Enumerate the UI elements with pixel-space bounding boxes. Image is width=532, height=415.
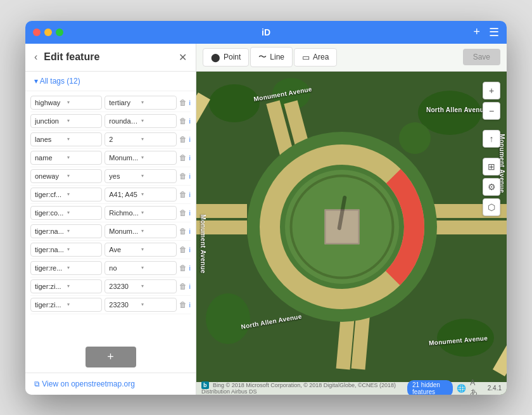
tag-actions-4: 🗑 i xyxy=(179,172,191,181)
tags-table: highway ▾ tertiary ▾ 🗑 i junction ▾ roun… xyxy=(25,91,196,342)
menu-button[interactable]: ☰ xyxy=(489,25,499,39)
tag-row: highway ▾ tertiary ▾ 🗑 i xyxy=(30,94,191,112)
osm-link[interactable]: ⧉ View on openstreetmap.org xyxy=(34,380,187,388)
tag-delete-7[interactable]: 🗑 xyxy=(179,227,187,236)
tag-delete-5[interactable]: 🗑 xyxy=(179,190,187,199)
map-area: ⬤ Point 〜 Line ▭ Area Save xyxy=(196,44,507,395)
tag-value-5[interactable]: A41; A45 ▾ xyxy=(104,188,176,201)
tag-actions-3: 🗑 i xyxy=(179,153,191,162)
tag-key-6[interactable]: tiger:co... ▾ xyxy=(30,206,102,220)
tag-value-1[interactable]: roundab... ▾ xyxy=(104,114,176,128)
tag-key-8[interactable]: tiger:na... ▾ xyxy=(30,243,102,257)
street-label-monument-left: Monument Avenue xyxy=(200,215,206,274)
tag-row: tiger:zi... ▾ 23230 ▾ 🗑 i xyxy=(30,296,191,314)
tag-row: name ▾ Monum... ▾ 🗑 i xyxy=(30,149,191,167)
tag-delete-0[interactable]: 🗑 xyxy=(179,98,187,107)
tag-key-5[interactable]: tiger:cf... ▾ xyxy=(30,188,102,201)
tag-key-10[interactable]: tiger:zi... ▾ xyxy=(30,279,102,293)
minimize-traffic-light[interactable] xyxy=(44,29,52,36)
help-button[interactable]: ⬡ xyxy=(483,198,500,216)
add-button[interactable]: + xyxy=(473,25,480,39)
tag-key-3[interactable]: name ▾ xyxy=(30,151,102,165)
compass-button[interactable]: ↑ xyxy=(483,130,500,148)
tag-actions-2: 🗑 i xyxy=(179,135,191,144)
layers-button[interactable]: ⊞ xyxy=(483,158,500,176)
tag-info-4[interactable]: i xyxy=(189,172,191,180)
tag-info-10[interactable]: i xyxy=(189,283,191,290)
traffic-lights xyxy=(33,29,63,36)
sidebar-footer: ⧉ View on openstreetmap.org xyxy=(25,373,196,395)
tag-value-6[interactable]: Richmo... ▾ xyxy=(104,206,176,220)
tag-row: oneway ▾ yes ▾ 🗑 i xyxy=(30,167,191,186)
sidebar-title: Edit feature xyxy=(44,51,172,63)
sidebar: ‹ Edit feature ✕ ▾ All tags (12) highway… xyxy=(25,44,196,395)
tag-value-8[interactable]: Ave ▾ xyxy=(104,243,176,257)
tag-delete-6[interactable]: 🗑 xyxy=(179,208,187,217)
titlebar: iD + ☰ xyxy=(25,21,507,44)
settings-button[interactable]: ⚙ xyxy=(483,178,500,196)
hidden-features-badge[interactable]: 21 hidden features xyxy=(407,380,453,395)
tag-row: tiger:na... ▾ Ave ▾ 🗑 i xyxy=(30,241,191,259)
tag-row: tiger:co... ▾ Richmo... ▾ 🗑 i xyxy=(30,204,191,222)
close-button[interactable]: ✕ xyxy=(179,51,187,63)
tag-info-9[interactable]: i xyxy=(189,264,191,272)
tag-key-1[interactable]: junction ▾ xyxy=(30,114,102,128)
tag-key-2[interactable]: lanes ▾ xyxy=(30,132,102,146)
tag-info-0[interactable]: i xyxy=(189,99,191,106)
tag-actions-6: 🗑 i xyxy=(179,208,191,217)
tag-row: tiger:zi... ▾ 23230 ▾ 🗑 i xyxy=(30,278,191,296)
tag-key-9[interactable]: tiger:re... ▾ xyxy=(30,261,102,275)
tag-delete-2[interactable]: 🗑 xyxy=(179,135,187,144)
map-satellite[interactable]: Monument Avenue North Allen Avenue Monum… xyxy=(196,72,507,382)
app-window: iD + ☰ ‹ Edit feature ✕ ▾ All tags (12) … xyxy=(25,21,507,395)
tag-delete-10[interactable]: 🗑 xyxy=(179,282,187,291)
close-traffic-light[interactable] xyxy=(33,29,41,36)
tag-value-11[interactable]: 23230 ▾ xyxy=(104,298,176,312)
tag-delete-3[interactable]: 🗑 xyxy=(179,153,187,162)
tag-value-4[interactable]: yes ▾ xyxy=(104,169,176,183)
area-icon: ▭ xyxy=(302,53,310,62)
tag-value-0[interactable]: tertiary ▾ xyxy=(104,96,176,110)
all-tags-toggle[interactable]: ▾ All tags (12) xyxy=(25,72,196,91)
copyright-info: b Bing © 2018 Microsoft Corporation, © 2… xyxy=(201,382,407,395)
tag-info-3[interactable]: i xyxy=(189,154,191,162)
tag-key-4[interactable]: oneway ▾ xyxy=(30,169,102,183)
tag-key-7[interactable]: tiger:na... ▾ xyxy=(30,224,102,238)
tag-delete-4[interactable]: 🗑 xyxy=(179,172,187,181)
tag-actions-9: 🗑 i xyxy=(179,264,191,272)
tag-value-10[interactable]: 23230 ▾ xyxy=(104,279,176,293)
tag-actions-5: 🗑 i xyxy=(179,190,191,199)
tag-info-1[interactable]: i xyxy=(189,117,191,125)
tag-actions-10: 🗑 i xyxy=(179,282,191,291)
tag-value-7[interactable]: Monum... ▾ xyxy=(104,224,176,238)
maximize-traffic-light[interactable] xyxy=(56,29,63,36)
tag-delete-9[interactable]: 🗑 xyxy=(179,264,187,272)
add-tag-button[interactable]: + xyxy=(86,347,136,367)
tag-delete-8[interactable]: 🗑 xyxy=(179,245,187,254)
tag-info-11[interactable]: i xyxy=(189,301,191,309)
tag-value-3[interactable]: Monum... ▾ xyxy=(104,151,176,165)
line-tool[interactable]: 〜 Line xyxy=(250,47,293,67)
save-button[interactable]: Save xyxy=(463,49,500,65)
tag-info-5[interactable]: i xyxy=(189,191,191,198)
tag-actions-7: 🗑 i xyxy=(179,227,191,236)
tag-info-8[interactable]: i xyxy=(189,246,191,253)
area-tool[interactable]: ▭ Area xyxy=(294,48,337,67)
tag-key-11[interactable]: tiger:zi... ▾ xyxy=(30,298,102,312)
sidebar-header: ‹ Edit feature ✕ xyxy=(25,44,196,72)
tag-value-2[interactable]: 2 ▾ xyxy=(104,132,176,146)
point-tool[interactable]: ⬤ Point xyxy=(203,48,249,67)
tag-info-7[interactable]: i xyxy=(189,227,191,235)
zoom-out-button[interactable]: − xyxy=(483,102,500,120)
tag-delete-1[interactable]: 🗑 xyxy=(179,117,187,125)
tag-info-2[interactable]: i xyxy=(189,136,191,143)
tag-actions-8: 🗑 i xyxy=(179,245,191,254)
tag-value-9[interactable]: no ▾ xyxy=(104,261,176,275)
tag-info-6[interactable]: i xyxy=(189,209,191,217)
zoom-in-button[interactable]: + xyxy=(483,82,500,99)
tag-key-0[interactable]: highway ▾ xyxy=(30,96,102,110)
titlebar-actions: + ☰ xyxy=(473,25,499,39)
tag-delete-11[interactable]: 🗑 xyxy=(179,300,187,309)
back-button[interactable]: ‹ xyxy=(34,51,37,63)
tag-actions-11: 🗑 i xyxy=(179,300,191,309)
